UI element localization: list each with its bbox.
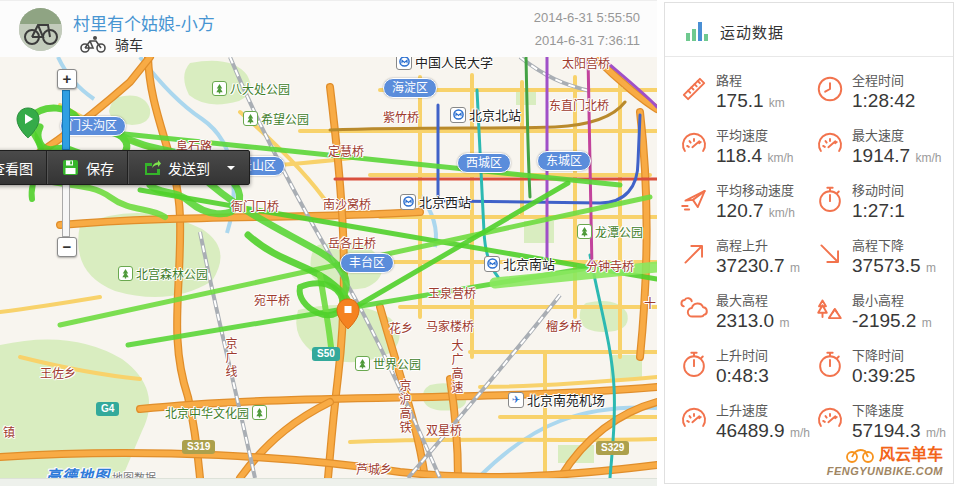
stat-unit: m	[790, 261, 800, 275]
tree-icon	[243, 111, 258, 126]
stat-unit: m/h	[790, 426, 810, 440]
road-label: 岳各庄桥	[328, 234, 376, 251]
metro-icon	[396, 57, 412, 70]
speedometer-icon	[679, 404, 709, 434]
tree-icon	[252, 405, 267, 420]
stat-value: 0:48:3	[716, 364, 769, 390]
station-label: 北京北站	[450, 105, 521, 124]
fengyun-logo[interactable]: 风云单车 FENGYUNBIKE.COM	[827, 446, 943, 478]
road-label: 太阳宫桥	[562, 57, 610, 71]
share-icon	[143, 159, 161, 176]
station-name: 北京南苑机场	[527, 390, 605, 409]
stat-value: 1:28:42	[852, 89, 915, 115]
send-to-button[interactable]: 发送到	[128, 151, 249, 184]
park-label: 希望公园	[243, 110, 309, 127]
view-image-button[interactable]: 查看图	[0, 151, 47, 184]
cyclist-icon	[80, 36, 106, 53]
clouds-icon	[679, 294, 709, 324]
stat-label: 下降时间	[852, 347, 915, 364]
chevron-down-icon[interactable]	[227, 166, 235, 174]
district-badge: 海淀区	[383, 78, 437, 98]
road-label: 马家楼桥	[426, 317, 474, 334]
zoom-slider-lower[interactable]	[62, 183, 70, 237]
activity-header: 村里有个姑娘-小方 骑车 2014-6-31 5:55:50 2014-6-31…	[0, 0, 657, 57]
route-start-marker[interactable]	[16, 107, 40, 139]
logo-name: 风云单车	[879, 446, 943, 463]
stopwatch-icon	[815, 349, 845, 379]
stat-value: -2195.2 m	[852, 309, 932, 335]
metro-icon	[400, 194, 416, 210]
road-label: 衙门口桥	[231, 197, 279, 214]
fengyun-bike-icon	[845, 446, 875, 464]
end-time: 2014-6-31 7:36:11	[534, 29, 640, 52]
metro-icon	[450, 107, 466, 123]
stat-item: 上升时间0:48:3	[679, 344, 813, 399]
stat-unit: m/h	[926, 426, 946, 440]
stat-item: 最大高程2313.0 m	[679, 289, 813, 344]
stat-label: 平均速度	[716, 127, 793, 144]
stat-label: 最大速度	[852, 127, 941, 144]
stat-label: 高程下降	[852, 237, 936, 254]
park-label: 世界公园	[355, 355, 421, 372]
stat-label: 路程	[716, 72, 785, 89]
zoom-out-button[interactable]: −	[57, 237, 77, 257]
stat-label: 高程上升	[716, 237, 800, 254]
park-name: 北宫森林公园	[136, 265, 208, 282]
speedometer-icon	[815, 404, 845, 434]
park-label: 八大处公园	[212, 80, 290, 97]
stat-value: 1:27:1	[852, 199, 905, 225]
route-end-marker[interactable]	[336, 298, 360, 330]
road-label: 十	[644, 294, 656, 311]
send-to-label: 发送到	[168, 158, 210, 178]
road-label: 宛平桥	[254, 291, 290, 308]
save-floppy-icon	[62, 159, 79, 176]
tree-icon	[355, 356, 370, 371]
route-number-badge: G4	[96, 402, 119, 416]
stat-label: 上升速度	[716, 402, 810, 419]
stat-item: 路程175.1 km	[679, 69, 813, 124]
park-name: 龙潭公园	[595, 223, 643, 240]
arrow-down-right-icon	[815, 239, 845, 269]
park-label: 北宫森林公园	[118, 265, 208, 282]
stat-item: 高程上升37230.7 m	[679, 234, 813, 289]
panel-title: 运动数据	[720, 21, 784, 42]
timestamps: 2014-6-31 5:55:50 2014-6-31 7:36:11	[534, 6, 640, 52]
road-label: 分钟寺桥	[586, 257, 634, 274]
speedometer-icon	[815, 129, 845, 159]
avatar[interactable]	[19, 8, 62, 51]
stat-label: 最大高程	[716, 292, 789, 309]
map-provider-logo: 高德地图	[46, 464, 110, 478]
stat-value: 1914.7 km/h	[852, 144, 941, 170]
avatar-bike-photo	[19, 8, 62, 51]
stat-unit: km/h	[915, 151, 941, 165]
route-number-badge: S319	[182, 440, 215, 454]
route-number-badge: S50	[312, 347, 340, 361]
tree-icon	[577, 224, 592, 239]
stat-item: 平均速度118.4 km/h	[679, 124, 813, 179]
zoom-in-button[interactable]: +	[57, 69, 77, 89]
stat-item: 最大速度1914.7 km/h	[815, 124, 949, 179]
stopwatch-icon	[815, 184, 845, 214]
username-link[interactable]: 村里有个姑娘-小方	[73, 10, 215, 35]
stat-value: 175.1 km	[716, 89, 785, 115]
arrow-up-right-icon	[679, 239, 709, 269]
road-label: 双星桥	[426, 421, 462, 438]
station-name: 北京西站	[419, 192, 471, 211]
stat-item: 移动时间1:27:1	[815, 179, 949, 234]
activity-pane: 村里有个姑娘-小方 骑车 2014-6-31 5:55:50 2014-6-31…	[0, 0, 657, 486]
stat-item: 最小高程-2195.2 m	[815, 289, 949, 344]
stat-unit: m	[926, 261, 936, 275]
station-label: 中国人民大学	[396, 57, 493, 71]
stat-value: 57194.3 m/h	[852, 419, 946, 445]
stat-label: 最小高程	[852, 292, 932, 309]
station-label: 北京南站	[484, 254, 555, 273]
park-label: 北京中华文化园	[165, 404, 267, 421]
stat-unit: km/h	[769, 206, 795, 220]
zoom-slider-upper[interactable]	[62, 90, 70, 150]
page-bottom-strip	[0, 478, 657, 486]
save-button[interactable]: 保存	[47, 151, 128, 184]
stat-label: 全程时间	[852, 72, 915, 89]
park-name: 希望公园	[261, 110, 309, 127]
map-toolbar: 查看图 保存 发送到	[0, 150, 250, 185]
map-canvas[interactable]: 门头沟区海淀区石景山区西城区东城区丰台区紫竹桥定慧桥东直门北桥阜石路衙门口桥南沙…	[0, 57, 657, 478]
